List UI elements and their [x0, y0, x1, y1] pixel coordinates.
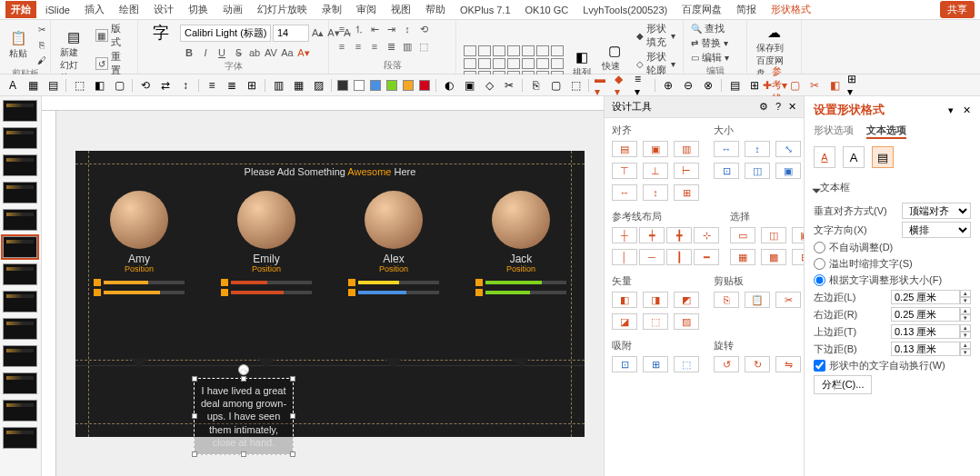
align-btn[interactable]: ▥	[674, 141, 699, 157]
color-chip[interactable]	[419, 80, 430, 91]
smartart-button[interactable]: ⬚	[416, 39, 431, 54]
reset-button[interactable]: ↺重置	[94, 50, 132, 77]
spin-up[interactable]: ▴	[960, 324, 971, 332]
thumb-5[interactable]	[3, 209, 37, 231]
dir-select[interactable]: 横排	[902, 222, 971, 238]
spin-down[interactable]: ▾	[960, 349, 971, 356]
spin-up[interactable]: ▴	[960, 342, 971, 349]
qat-icon[interactable]: ▨	[311, 78, 325, 93]
vec-btn[interactable]: ◨	[643, 292, 668, 308]
grow-font-icon[interactable]: A▴	[311, 25, 325, 40]
tab-text-options[interactable]: 文本选项	[866, 124, 906, 139]
tab-review[interactable]: 审阅	[351, 1, 382, 18]
align-btn[interactable]: ⊢	[674, 163, 699, 179]
pb-btn[interactable]: ✂	[775, 292, 801, 308]
guide-btn[interactable]: ┃	[666, 249, 692, 265]
member-2[interactable]: EmilyPosition	[212, 191, 321, 296]
color-chip[interactable]	[370, 80, 381, 91]
slide-title[interactable]: Please Add Something Awesome Here	[75, 151, 585, 178]
sel-btn[interactable]: ◫	[761, 227, 786, 243]
tab-start[interactable]: 开始	[5, 1, 36, 18]
snap-btn[interactable]: ⬚	[674, 356, 699, 372]
underline-button[interactable]: U	[215, 45, 229, 60]
member-1[interactable]: AmyPosition	[85, 191, 194, 296]
tab-help[interactable]: 帮助	[420, 1, 451, 18]
qat-guides[interactable]: ✚ 参考线 ▾	[767, 78, 782, 93]
font-family-select[interactable]	[180, 25, 271, 42]
member-3[interactable]: AlexPosition	[339, 191, 448, 296]
cut-icon[interactable]: ✂	[35, 22, 49, 36]
qat-icon[interactable]: ⊞	[245, 78, 259, 93]
qat-icon[interactable]: ≡ ▾	[635, 78, 649, 93]
layout-dropdown[interactable]: ▦版式	[94, 22, 132, 49]
qat-icon[interactable]: ≣	[225, 78, 239, 93]
tab-anim[interactable]: 动画	[217, 1, 248, 18]
spin-down[interactable]: ▾	[960, 332, 971, 339]
slide-stage[interactable]: Please Add Something Awesome Here AmyPos…	[42, 96, 604, 476]
thumb-7[interactable]	[3, 263, 37, 285]
columns-button[interactable]: ▥	[400, 39, 415, 54]
qat-icon[interactable]: ▤	[45, 78, 60, 93]
qat-icon[interactable]: ▢	[787, 78, 802, 93]
thumb-11[interactable]	[3, 372, 37, 394]
tab-ok10[interactable]: OK10 GC	[520, 3, 575, 17]
thumb-4[interactable]	[3, 182, 37, 203]
qat-icon[interactable]: A	[5, 78, 20, 93]
case-button[interactable]: Aa	[280, 45, 295, 60]
share-button[interactable]: 共享	[940, 1, 975, 18]
radio-shrink[interactable]: 溢出时缩排文字(S)	[814, 257, 913, 271]
spacing-button[interactable]: AV	[264, 45, 278, 60]
sel-btn[interactable]: ⊞	[792, 249, 804, 265]
italic-button[interactable]: I	[198, 45, 213, 60]
margin-bottom-input[interactable]	[891, 342, 960, 356]
rot-btn[interactable]: ↺	[714, 356, 739, 372]
thumb-8[interactable]	[3, 291, 37, 312]
align-btn[interactable]: ▤	[612, 141, 637, 157]
spin-down[interactable]: ▾	[960, 314, 971, 322]
align-left-button[interactable]: ≡	[335, 39, 349, 54]
qat-icon[interactable]: ▦	[25, 78, 40, 93]
tab-draw[interactable]: 绘图	[114, 1, 145, 18]
rot-btn[interactable]: ⇋	[775, 356, 801, 372]
qat-icon[interactable]: ⎘	[528, 78, 543, 93]
indent-dec-button[interactable]: ⇤	[367, 22, 382, 36]
qat-icon[interactable]: ✂	[502, 78, 516, 93]
align-center-button[interactable]: ≡	[351, 39, 365, 54]
font-style-button[interactable]: 字	[144, 22, 178, 44]
settings-icon[interactable]: ⚙	[759, 101, 768, 113]
bullets-button[interactable]: ≡	[335, 22, 349, 36]
columns-button[interactable]: 分栏(C)...	[814, 375, 872, 394]
sel-btn[interactable]: ▩	[761, 249, 786, 265]
qat-icon[interactable]: ▢	[112, 78, 126, 93]
size-btn[interactable]: ↔	[714, 141, 739, 157]
copy-icon[interactable]: ⎘	[35, 37, 49, 52]
rot-btn[interactable]: ↻	[745, 356, 770, 372]
tab-lvyh[interactable]: LvyhTools(200523)	[577, 3, 673, 17]
qat-icon[interactable]: ▢	[548, 78, 563, 93]
justify-button[interactable]: ≣	[384, 39, 398, 54]
font-color-button[interactable]: A▾	[296, 45, 311, 60]
radio-resize[interactable]: 根据文字调整形状大小(F)	[814, 273, 942, 287]
color-chip[interactable]	[403, 80, 414, 91]
guide-btn[interactable]: ━	[694, 249, 719, 265]
tab-islide[interactable]: iSlide	[40, 3, 75, 17]
spin-up[interactable]: ▴	[960, 290, 971, 297]
tab-shape-options[interactable]: 形状选项	[814, 124, 854, 139]
qat-icon[interactable]: ⬚	[568, 78, 583, 93]
qat-icon[interactable]: ◧	[827, 78, 842, 93]
textbox-icon[interactable]: ▤	[872, 146, 894, 168]
qat-icon[interactable]: ◧	[92, 78, 106, 93]
line-spacing-button[interactable]: ↕	[400, 22, 415, 36]
size-btn[interactable]: ↕	[745, 141, 770, 157]
size-btn[interactable]: ▣	[775, 163, 801, 179]
margin-top-input[interactable]	[891, 324, 960, 339]
avatar[interactable]	[365, 191, 423, 249]
tab-design[interactable]: 设计	[148, 1, 179, 18]
avatar[interactable]	[237, 191, 295, 249]
guide-btn[interactable]: ┿	[639, 227, 665, 243]
spin-up[interactable]: ▴	[960, 307, 971, 314]
align-btn[interactable]: ↕	[643, 184, 668, 201]
qat-icon[interactable]: ⊖	[681, 78, 695, 93]
guide-btn[interactable]: ┼	[612, 227, 637, 243]
align-btn[interactable]: ⊥	[643, 163, 668, 179]
